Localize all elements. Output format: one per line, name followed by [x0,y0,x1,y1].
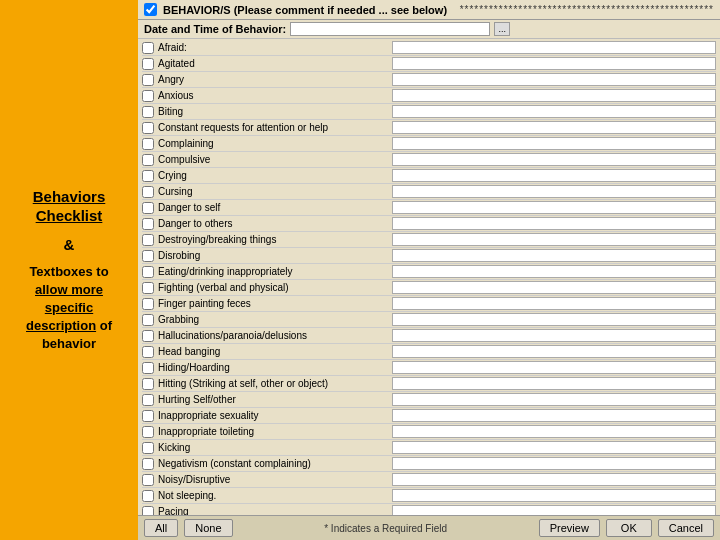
behavior-textbox-2[interactable] [392,73,716,86]
cancel-button[interactable]: Cancel [658,519,714,537]
behavior-checkbox-0[interactable] [142,42,154,54]
behavior-textbox-18[interactable] [392,329,716,342]
behavior-checkbox-22[interactable] [142,394,154,406]
behavior-textbox-29[interactable] [392,505,716,515]
behavior-checkbox-6[interactable] [142,138,154,150]
behavior-textbox-26[interactable] [392,457,716,470]
behavior-textbox-4[interactable] [392,105,716,118]
behavior-checkbox-13[interactable] [142,250,154,262]
behavior-textbox-10[interactable] [392,201,716,214]
preview-button[interactable]: Preview [539,519,600,537]
behavior-textbox-27[interactable] [392,473,716,486]
behavior-row: Hurting Self/other [142,392,716,408]
behavior-textbox-0[interactable] [392,41,716,54]
header-row: BEHAVIOR/S (Please comment if needed ...… [138,0,720,20]
behavior-textbox-28[interactable] [392,489,716,502]
date-row: Date and Time of Behavior: ... [138,20,720,39]
behavior-checkbox-28[interactable] [142,490,154,502]
behavior-row: Cursing [142,184,716,200]
behavior-checkbox-3[interactable] [142,90,154,102]
behavior-checkbox-8[interactable] [142,170,154,182]
behavior-checkbox-20[interactable] [142,362,154,374]
behaviors-list: Afraid:AgitatedAngryAnxiousBitingConstan… [138,39,720,515]
behavior-checkbox-4[interactable] [142,106,154,118]
behavior-textbox-22[interactable] [392,393,716,406]
behavior-row: Inappropriate sexuality [142,408,716,424]
behavior-checkbox-29[interactable] [142,506,154,516]
behavior-textbox-17[interactable] [392,313,716,326]
behavior-checkbox-2[interactable] [142,74,154,86]
behavior-row: Angry [142,72,716,88]
behavior-textbox-13[interactable] [392,249,716,262]
behavior-textbox-5[interactable] [392,121,716,134]
behavior-row: Complaining [142,136,716,152]
behavior-label-8: Crying [158,170,388,181]
behavior-label-27: Noisy/Disruptive [158,474,388,485]
behavior-textbox-12[interactable] [392,233,716,246]
behaviors-header-label: BEHAVIOR/S (Please comment if needed ...… [163,4,454,16]
behavior-label-23: Inappropriate sexuality [158,410,388,421]
behavior-checkbox-10[interactable] [142,202,154,214]
sidebar-ampersand: & [64,236,75,253]
behavior-textbox-20[interactable] [392,361,716,374]
behavior-checkbox-24[interactable] [142,426,154,438]
behavior-checkbox-15[interactable] [142,282,154,294]
behavior-checkbox-9[interactable] [142,186,154,198]
behavior-checkbox-23[interactable] [142,410,154,422]
behaviors-header-checkbox[interactable] [144,3,157,16]
behavior-row: Pacing [142,504,716,515]
behavior-checkbox-7[interactable] [142,154,154,166]
behavior-checkbox-19[interactable] [142,346,154,358]
behavior-textbox-6[interactable] [392,137,716,150]
behavior-row: Eating/drinking inappropriately [142,264,716,280]
behavior-checkbox-18[interactable] [142,330,154,342]
behavior-row: Kicking [142,440,716,456]
date-picker-button[interactable]: ... [494,22,510,36]
behavior-textbox-16[interactable] [392,297,716,310]
behavior-label-2: Angry [158,74,388,85]
behavior-textbox-11[interactable] [392,217,716,230]
behavior-textbox-3[interactable] [392,89,716,102]
date-input[interactable] [290,22,490,36]
behavior-checkbox-21[interactable] [142,378,154,390]
behavior-textbox-9[interactable] [392,185,716,198]
behavior-textbox-21[interactable] [392,377,716,390]
behavior-row: Afraid: [142,40,716,56]
behavior-label-3: Anxious [158,90,388,101]
behavior-textbox-15[interactable] [392,281,716,294]
behavior-textbox-19[interactable] [392,345,716,358]
footer: All None * Indicates a Required Field Pr… [138,515,720,540]
behavior-textbox-14[interactable] [392,265,716,278]
behavior-textbox-25[interactable] [392,441,716,454]
behavior-textbox-8[interactable] [392,169,716,182]
behavior-checkbox-12[interactable] [142,234,154,246]
behavior-label-22: Hurting Self/other [158,394,388,405]
behavior-checkbox-11[interactable] [142,218,154,230]
behavior-row: Hiding/Hoarding [142,360,716,376]
behavior-checkbox-14[interactable] [142,266,154,278]
behavior-textbox-7[interactable] [392,153,716,166]
behavior-checkbox-5[interactable] [142,122,154,134]
ok-button[interactable]: OK [606,519,652,537]
none-button[interactable]: None [184,519,232,537]
behavior-label-28: Not sleeping. [158,490,388,501]
sidebar: Behaviors Checklist & Textboxes to allow… [0,0,138,540]
behavior-textbox-23[interactable] [392,409,716,422]
all-button[interactable]: All [144,519,178,537]
behavior-checkbox-1[interactable] [142,58,154,70]
behavior-label-11: Danger to others [158,218,388,229]
behavior-checkbox-17[interactable] [142,314,154,326]
behavior-checkbox-26[interactable] [142,458,154,470]
behavior-checkbox-16[interactable] [142,298,154,310]
behavior-label-19: Head banging [158,346,388,357]
behavior-checkbox-25[interactable] [142,442,154,454]
behavior-label-4: Biting [158,106,388,117]
behavior-textbox-1[interactable] [392,57,716,70]
required-field-text: * Indicates a Required Field [239,523,533,534]
behavior-row: Danger to others [142,216,716,232]
behavior-label-5: Constant requests for attention or help [158,122,388,133]
behavior-textbox-24[interactable] [392,425,716,438]
behavior-label-14: Eating/drinking inappropriately [158,266,388,277]
behavior-row: Crying [142,168,716,184]
behavior-checkbox-27[interactable] [142,474,154,486]
